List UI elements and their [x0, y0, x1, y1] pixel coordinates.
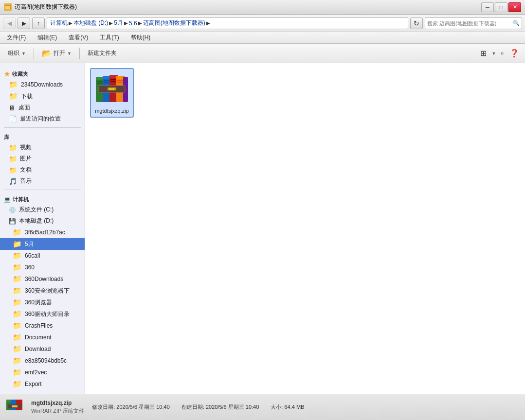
- minimize-button[interactable]: ─: [481, 2, 494, 12]
- sidebar-item-music[interactable]: 🎵 音乐: [0, 175, 85, 187]
- docs-icon: 📁: [9, 166, 17, 174]
- breadcrumb-app[interactable]: 迈高图(地图数据下载器): [143, 19, 205, 27]
- up-button[interactable]: ↑: [32, 18, 45, 29]
- folder-icon-document: 📁: [13, 333, 22, 342]
- breadcrumb-computer[interactable]: 计算机: [50, 19, 68, 27]
- sidebar-folder-crash[interactable]: 📁 CrashFiles: [0, 320, 85, 332]
- sidebar-drive-c[interactable]: 💿 系统文件 (C:): [0, 204, 85, 215]
- sidebar-folder-document[interactable]: 📁 Document: [0, 332, 85, 343]
- title-bar-controls: ─ □ ✕: [481, 2, 521, 12]
- sidebar-label-docs: 文档: [20, 166, 32, 174]
- folder-label-360browser: 360浏览器: [25, 298, 52, 307]
- status-bar: mgtdtsjxzq.zip WinRAR ZIP 压缩文件 修改日期: 202…: [0, 394, 525, 420]
- breadcrumb-d[interactable]: 本地磁盘 (D:): [73, 19, 108, 27]
- menu-help[interactable]: 帮助(H): [128, 33, 154, 43]
- back-button[interactable]: ◀: [3, 18, 16, 29]
- svg-rect-2: [5, 6, 10, 9]
- star-icon: ★: [4, 70, 10, 78]
- breadcrumb-5yue[interactable]: 5月: [114, 19, 123, 27]
- view-button[interactable]: ⊞: [478, 46, 489, 61]
- sidebar-divider-2: [4, 190, 81, 190]
- sidebar-item-recent[interactable]: 📄 最近访问的位置: [0, 113, 85, 124]
- sidebar-item-images[interactable]: 📁 图片: [0, 153, 85, 164]
- sidebar-label-recent: 最近访问的位置: [20, 115, 61, 123]
- sidebar-item-desktop[interactable]: 🖥 桌面: [0, 102, 85, 113]
- sep4: ▶: [138, 20, 142, 26]
- maximize-button[interactable]: □: [495, 2, 507, 12]
- sidebar-folder-360[interactable]: 📁 360: [0, 262, 85, 273]
- close-button[interactable]: ✕: [508, 2, 521, 12]
- menu-file[interactable]: 文件(F): [4, 33, 29, 43]
- new-folder-label: 新建文件夹: [88, 49, 117, 57]
- refresh-button[interactable]: ↻: [410, 18, 423, 29]
- drive-c-label: 系统文件 (C:): [19, 206, 54, 214]
- sidebar-folder-360driver[interactable]: 📁 360驱动大师目录: [0, 308, 85, 320]
- view-dropdown-button[interactable]: ▼: [490, 46, 497, 61]
- drive-d-label: 本地磁盘 (D:): [19, 217, 54, 225]
- sidebar-folder-360dl[interactable]: 📁 360Downloads: [0, 273, 85, 285]
- organize-dropdown-icon: ▼: [21, 51, 26, 56]
- images-icon: 📁: [9, 155, 17, 163]
- title-text: 迈高图(地图数据下载器): [15, 3, 77, 11]
- folder-label-3f6d: 3f6d5ad12b7ac: [25, 229, 65, 236]
- folder-label-download: Download: [25, 346, 51, 352]
- sidebar-item-video[interactable]: 📁 视频: [0, 142, 85, 153]
- sidebar-folder-360safe[interactable]: 📁 360安全浏览器下: [0, 285, 85, 297]
- sidebar-label-2345downloads: 2345Downloads: [21, 81, 63, 88]
- breadcrumb-bar[interactable]: 计算机 ▶ 本地磁盘 (D:) ▶ 5月 ▶ 5.6 ▶ 迈高图(地图数据下载器…: [47, 18, 408, 29]
- sidebar-folder-66call[interactable]: 📁 66call: [0, 250, 85, 262]
- sidebar-folder-download[interactable]: 📁 Download: [0, 343, 85, 355]
- help-icon-button[interactable]: ❓: [507, 46, 521, 61]
- svg-rect-14: [110, 81, 117, 82]
- menu-view[interactable]: 查看(V): [66, 33, 91, 43]
- sidebar-folder-360browser[interactable]: 📁 360浏览器: [0, 297, 85, 308]
- title-bar: 迈高图(地图数据下载器) ─ □ ✕: [0, 0, 525, 15]
- menu-tools[interactable]: 工具(T): [97, 33, 122, 43]
- sidebar-divider-1: [4, 127, 81, 128]
- sidebar-folder-3f6d[interactable]: 📁 3f6d5ad12b7ac: [0, 227, 85, 238]
- panel-button[interactable]: ▫: [499, 46, 506, 61]
- sidebar-folder-export[interactable]: 📁 Export: [0, 378, 85, 390]
- folder-icon-360driver: 📁: [13, 310, 22, 318]
- status-meta: 修改日期: 2020/5/6 星期三 10:40 创建日期: 2020/5/6 …: [92, 403, 304, 411]
- sidebar-item-2345downloads[interactable]: 📁 2345Downloads: [0, 79, 85, 90]
- sep5: ▶: [206, 20, 210, 26]
- search-bar[interactable]: 🔍: [425, 18, 522, 29]
- toolbar-separator-2: [79, 48, 80, 59]
- sidebar-item-docs[interactable]: 📁 文档: [0, 164, 85, 175]
- sidebar-drive-d[interactable]: 💾 本地磁盘 (D:): [0, 215, 85, 227]
- forward-button[interactable]: ▶: [18, 18, 30, 29]
- svg-rect-30: [12, 405, 18, 407]
- sidebar-label-music: 音乐: [20, 177, 32, 185]
- sidebar-folder-e8a8[interactable]: 📁 e8a85094bdb5c: [0, 355, 85, 367]
- organize-button[interactable]: 组织 ▼: [4, 46, 30, 61]
- recent-icon: 📄: [9, 115, 17, 123]
- sidebar-label-images: 图片: [20, 155, 32, 163]
- favorites-header: ★ 收藏夹: [0, 67, 85, 79]
- sidebar-folder-5yue[interactable]: 📁 5月: [0, 238, 85, 250]
- folder-icon-360: 📁: [13, 263, 22, 272]
- folder-label-5yue: 5月: [25, 240, 34, 248]
- title-bar-left: 迈高图(地图数据下载器): [4, 3, 77, 11]
- breadcrumb-56[interactable]: 5.6: [129, 20, 137, 27]
- folder-label-e8a8: e8a85094bdb5c: [25, 357, 67, 364]
- open-button[interactable]: 📂 打开 ▼: [38, 46, 75, 61]
- status-size: 大小: 64.4 MB: [271, 403, 304, 411]
- sidebar-item-download-fav[interactable]: 📁 下载: [0, 90, 85, 102]
- new-folder-button[interactable]: 新建文件夹: [84, 46, 121, 61]
- file-area: mgtdtsjxzq.zip: [85, 63, 525, 394]
- folder-icon-crash: 📁: [13, 321, 22, 330]
- favorites-label: 收藏夹: [12, 70, 28, 78]
- zip-file-label: mgtdtsjxzq.zip: [95, 108, 129, 114]
- file-item-zip[interactable]: mgtdtsjxzq.zip: [90, 68, 134, 118]
- folder-icon-360dl: 📁: [13, 275, 22, 283]
- sidebar-folder-emf2vec[interactable]: 📁 emf2vec: [0, 367, 85, 378]
- status-details: mgtdtsjxzq.zip WinRAR ZIP 压缩文件: [31, 400, 84, 415]
- svg-rect-13: [110, 79, 117, 80]
- library-label: 库: [4, 134, 9, 141]
- search-input[interactable]: [427, 20, 511, 26]
- svg-rect-18: [117, 82, 124, 83]
- menu-edit[interactable]: 编辑(E): [35, 33, 60, 43]
- svg-rect-10: [104, 82, 110, 83]
- folder-icon-emf2vec: 📁: [13, 368, 22, 377]
